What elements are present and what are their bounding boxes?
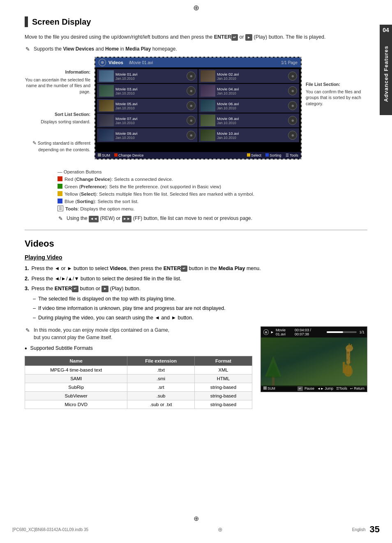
green-button-icon (58, 184, 62, 189)
video-content-area (261, 337, 367, 387)
tools-video-icon: ☰ (336, 387, 339, 390)
giraffe-silhouette-icon (334, 342, 359, 379)
play-button-icon: ► (245, 34, 252, 41)
file-item-9: Movie 09.aviJan.10.2010 ⊕ (97, 128, 198, 142)
file-item-3: Movie 03.aviJan.10.2010 ⊕ (97, 84, 198, 98)
op-item-green: Green (Preference): Sets the file prefer… (58, 183, 367, 190)
op-item-yellow: Yellow (Select): Selects multiple files … (58, 191, 367, 197)
op-item-tools: ☰ Tools: Displays the option menu. (58, 206, 367, 212)
col-format: Format (194, 356, 252, 365)
crosshair-bottom-icon: ⊕ (194, 515, 199, 522)
subtitle-table: Name File extension Format MPEG-4 time-b… (25, 356, 252, 409)
left-annotations: Information: You can ascertain the selec… (25, 57, 90, 164)
supported-formats-item: • Supported Subtitle Formats (25, 344, 252, 352)
videos-section: Videos Playing Video 1. Press the ◄ or ►… (25, 238, 367, 409)
op-item-blue: Blue (Sorting): Selects the sort list. (58, 198, 367, 205)
svg-point-12 (350, 361, 352, 363)
step-3: 3. Press the ENTER↵ button or ► (Play) b… (25, 285, 367, 293)
page-footer: [PC680_XC]BN68-03142A-01L09.indb 35 ⊕ En… (0, 524, 392, 535)
yellow-button-icon (58, 191, 62, 196)
return-icon: ↩ (350, 387, 353, 390)
footer-right: English 35 (352, 524, 380, 535)
svg-rect-1 (343, 362, 345, 373)
table-row: SAMI .smi HTML (25, 374, 252, 383)
file-item-6: Movie 06.aviJan.10.2010 ⊕ (198, 99, 299, 113)
play-icon-step3: ► (101, 286, 108, 292)
annotation-sorting-note: ✎ Sorting standard is different dependin… (25, 140, 90, 153)
sum-icon (263, 386, 267, 390)
tree-icon (263, 354, 284, 387)
screen-display-header: Screen Display (25, 16, 367, 27)
svg-rect-2 (347, 364, 349, 374)
tools-icon: ☰ (58, 206, 63, 211)
videos-section-title: Videos (25, 238, 367, 249)
diagram-area: Information: You can ascertain the selec… (25, 57, 367, 164)
jump-icon: ◄► (317, 387, 324, 390)
page-number: 35 (370, 524, 380, 535)
screen-display-title: Screen Display (32, 17, 91, 27)
screen-bottom-bar: SUM Change Device Select Sorting ☰ Tools (95, 152, 301, 159)
playing-steps-list: 1. Press the ◄ or ► button to select Vid… (25, 265, 367, 293)
game-mode-note: In this mode, you can enjoy movie clips … (25, 326, 252, 341)
annotation-information: Information: You can ascertain the selec… (25, 69, 90, 95)
enter-button-icon: ↵ (231, 34, 238, 41)
svg-point-9 (347, 352, 349, 354)
file-grid: Movie 01.aviJan.10.2010 ⊕ Movie 02.aviJa… (95, 67, 301, 144)
bullet-3: – During playing the video, you can sear… (33, 314, 367, 322)
right-annotations: File List Section: You can confirm the f… (306, 57, 367, 164)
file-item-2: Movie 02.aviJan.10.2010 ⊕ (198, 69, 299, 83)
bullet-2: – If video time information is unknown, … (33, 305, 367, 312)
screen-icon: ⊕ (99, 59, 106, 66)
file-item-7: Movie 07.aviJan.10.2010 ⊕ (97, 113, 198, 127)
view-devices-note: Supports the View Devices and Home in Me… (25, 45, 367, 53)
progress-bar (327, 331, 357, 333)
enter-icon-step3: ↵ (72, 286, 78, 292)
svg-rect-8 (351, 344, 352, 348)
rew-icon: ◄◄ (89, 216, 99, 222)
file-item-8: Movie 08.aviJan.10.2010 ⊕ (198, 113, 299, 127)
video-player-bottom-bar: SUM ↵Pause ◄► Jump ☰Tools ↩ Return (261, 386, 367, 392)
ff-icon: ►► (122, 216, 132, 222)
bottom-two-col: In this mode, you can enjoy movie clips … (25, 326, 367, 409)
svg-point-11 (346, 360, 348, 361)
screen-mock-container: ⊕ Videos iMovie 01.avi 1/1 Page Movie 01… (95, 57, 302, 164)
playing-video-subtitle: Playing Video (25, 254, 367, 261)
bullet-1: – The selected file is displayed on the … (33, 295, 367, 303)
video-player-mock: ⊕ ► Movie 01.avi 00:04:03 / 00:07:38 1/1 (261, 326, 367, 392)
chapter-label: Advanced Features (380, 33, 392, 115)
file-item-5: Movie 05.aviJan.10.2010 ⊕ (97, 99, 198, 113)
svg-point-10 (349, 356, 351, 358)
footer-language: English (352, 527, 366, 532)
op-item-red: Red (Change Device): Selects a connected… (58, 176, 367, 183)
pause-icon: ↵ (297, 386, 303, 391)
file-item-4: Movie 04.aviJan.10.2010 ⊕ (198, 84, 299, 98)
table-row: Micro DVD .sub or .txt string-based (25, 400, 252, 409)
screen-mock: ⊕ Videos iMovie 01.avi 1/1 Page Movie 01… (95, 57, 302, 159)
table-row: SubViewer .sub string-based (25, 391, 252, 400)
footer-file-info: [PC680_XC]BN68-03142A-01L09.indb 35 (12, 527, 88, 532)
svg-rect-3 (345, 365, 347, 374)
screen-display-body: Move to the file you desired using the u… (25, 33, 367, 41)
file-item-10: Movie 10.aviJan.10.2010 ⊕ (198, 128, 299, 142)
file-item-1: Movie 01.aviJan.10.2010 ⊕ (97, 69, 198, 83)
operation-buttons-section: — Operation Buttons Red (Change Device):… (58, 169, 367, 222)
annotation-sort-list: Sort List Section: Displays sorting stan… (25, 111, 90, 125)
rew-ff-note: Using the ◄◄ (REW) or ►► (FF) button, fi… (58, 215, 367, 222)
svg-rect-7 (348, 344, 350, 348)
enter-icon-step1: ↵ (181, 266, 187, 272)
step-1: 1. Press the ◄ or ► button to select Vid… (25, 265, 367, 273)
col-extension: File extension (127, 356, 194, 365)
table-row: MPEG-4 time-based text .ttxt XML (25, 365, 252, 374)
progress-fill (327, 331, 344, 333)
col-name: Name (25, 356, 127, 365)
video-player-top-bar: ⊕ ► Movie 01.avi 00:04:03 / 00:07:38 1/1 (261, 327, 367, 337)
bottom-left-col: In this mode, you can enjoy movie clips … (25, 326, 252, 409)
svg-rect-4 (349, 366, 351, 374)
header-bar-decoration (25, 16, 28, 27)
player-icon: ⊕ (263, 329, 269, 335)
annotation-file-list: File List Section: You can confirm the f… (306, 81, 367, 107)
screen-top-bar: ⊕ Videos iMovie 01.avi 1/1 Page (95, 58, 301, 67)
playing-bullets: – The selected file is displayed on the … (33, 295, 367, 321)
video-player-section: ⊕ ► Movie 01.avi 00:04:03 / 00:07:38 1/1 (261, 326, 367, 409)
step-2: 2. Press the ◄/►/▲/▼ button to select th… (25, 275, 367, 283)
